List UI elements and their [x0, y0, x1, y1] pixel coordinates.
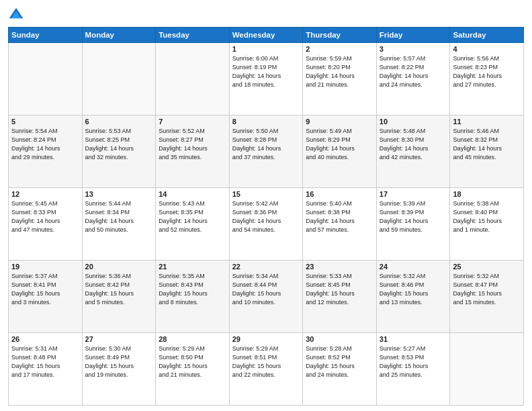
calendar-cell [450, 333, 524, 406]
day-number: 25 [453, 263, 521, 271]
calendar-cell: 3Sunrise: 5:57 AMSunset: 8:22 PMDaylight… [376, 43, 450, 116]
day-number: 4 [453, 45, 521, 53]
day-number: 9 [306, 118, 373, 126]
day-number: 23 [306, 263, 373, 271]
day-number: 24 [380, 263, 447, 271]
day-info: Sunrise: 5:35 AMSunset: 8:43 PMDaylight:… [159, 272, 226, 307]
day-info: Sunrise: 5:38 AMSunset: 8:40 PMDaylight:… [453, 199, 521, 234]
calendar-cell: 24Sunrise: 5:32 AMSunset: 8:46 PMDayligh… [376, 261, 450, 333]
day-number: 6 [85, 118, 153, 126]
day-number: 18 [453, 190, 521, 198]
calendar-cell: 31Sunrise: 5:27 AMSunset: 8:53 PMDayligh… [376, 333, 450, 406]
day-info: Sunrise: 5:45 AMSunset: 8:33 PMDaylight:… [11, 199, 79, 234]
calendar-cell: 29Sunrise: 5:29 AMSunset: 8:51 PMDayligh… [229, 333, 303, 406]
calendar-cell [9, 43, 83, 116]
day-number: 20 [85, 263, 153, 271]
day-info: Sunrise: 5:27 AMSunset: 8:53 PMDaylight:… [380, 345, 447, 379]
top-header [8, 7, 524, 23]
day-number: 8 [232, 118, 300, 126]
calendar-cell: 6Sunrise: 5:53 AMSunset: 8:25 PMDaylight… [82, 116, 156, 188]
day-info: Sunrise: 5:53 AMSunset: 8:25 PMDaylight:… [85, 127, 153, 162]
calendar-cell: 19Sunrise: 5:37 AMSunset: 8:41 PMDayligh… [9, 261, 83, 333]
calendar-cell: 10Sunrise: 5:48 AMSunset: 8:30 PMDayligh… [376, 116, 450, 188]
day-number: 11 [453, 118, 521, 126]
calendar-header-sunday: Sunday [9, 28, 83, 43]
day-info: Sunrise: 5:32 AMSunset: 8:47 PMDaylight:… [453, 272, 521, 307]
day-number: 16 [306, 190, 373, 198]
day-number: 29 [232, 335, 300, 343]
calendar-table: SundayMondayTuesdayWednesdayThursdayFrid… [8, 27, 524, 406]
calendar-cell: 26Sunrise: 5:31 AMSunset: 8:48 PMDayligh… [9, 333, 83, 406]
calendar-cell: 7Sunrise: 5:52 AMSunset: 8:27 PMDaylight… [156, 116, 230, 188]
calendar-page: SundayMondayTuesdayWednesdayThursdayFrid… [0, 0, 532, 411]
day-info: Sunrise: 5:40 AMSunset: 8:38 PMDaylight:… [306, 199, 373, 234]
day-info: Sunrise: 5:32 AMSunset: 8:46 PMDaylight:… [380, 272, 447, 307]
calendar-week-row: 26Sunrise: 5:31 AMSunset: 8:48 PMDayligh… [9, 333, 524, 406]
calendar-header-friday: Friday [376, 28, 450, 43]
calendar-cell: 9Sunrise: 5:49 AMSunset: 8:29 PMDaylight… [303, 116, 377, 188]
calendar-cell: 27Sunrise: 5:30 AMSunset: 8:49 PMDayligh… [82, 333, 156, 406]
day-info: Sunrise: 6:00 AMSunset: 8:19 PMDaylight:… [232, 54, 300, 89]
logo-icon [8, 7, 24, 23]
calendar-cell: 2Sunrise: 5:59 AMSunset: 8:20 PMDaylight… [303, 43, 377, 116]
calendar-header-thursday: Thursday [303, 28, 377, 43]
calendar-cell: 20Sunrise: 5:36 AMSunset: 8:42 PMDayligh… [82, 261, 156, 333]
day-number: 22 [232, 263, 300, 271]
day-info: Sunrise: 5:44 AMSunset: 8:34 PMDaylight:… [85, 199, 153, 234]
calendar-header-monday: Monday [82, 28, 156, 43]
calendar-cell: 15Sunrise: 5:42 AMSunset: 8:36 PMDayligh… [229, 188, 303, 261]
calendar-header-tuesday: Tuesday [156, 28, 230, 43]
day-number: 21 [159, 263, 226, 271]
calendar-header-row: SundayMondayTuesdayWednesdayThursdayFrid… [9, 28, 524, 43]
day-number: 12 [11, 190, 79, 198]
calendar-cell: 18Sunrise: 5:38 AMSunset: 8:40 PMDayligh… [450, 188, 524, 261]
calendar-cell: 14Sunrise: 5:43 AMSunset: 8:35 PMDayligh… [156, 188, 230, 261]
calendar-cell [82, 43, 156, 116]
day-number: 7 [159, 118, 226, 126]
day-number: 19 [11, 263, 79, 271]
calendar-cell: 21Sunrise: 5:35 AMSunset: 8:43 PMDayligh… [156, 261, 230, 333]
day-number: 17 [380, 190, 447, 198]
day-info: Sunrise: 5:46 AMSunset: 8:32 PMDaylight:… [453, 127, 521, 162]
day-info: Sunrise: 5:36 AMSunset: 8:42 PMDaylight:… [85, 272, 153, 307]
calendar-header-saturday: Saturday [450, 28, 524, 43]
calendar-cell: 12Sunrise: 5:45 AMSunset: 8:33 PMDayligh… [9, 188, 83, 261]
day-number: 28 [159, 335, 226, 343]
day-info: Sunrise: 5:30 AMSunset: 8:49 PMDaylight:… [85, 345, 153, 379]
calendar-cell: 17Sunrise: 5:39 AMSunset: 8:39 PMDayligh… [376, 188, 450, 261]
calendar-cell: 8Sunrise: 5:50 AMSunset: 8:28 PMDaylight… [229, 116, 303, 188]
day-info: Sunrise: 5:49 AMSunset: 8:29 PMDaylight:… [306, 127, 373, 162]
day-info: Sunrise: 5:29 AMSunset: 8:51 PMDaylight:… [232, 345, 300, 379]
calendar-cell: 22Sunrise: 5:34 AMSunset: 8:44 PMDayligh… [229, 261, 303, 333]
day-info: Sunrise: 5:28 AMSunset: 8:52 PMDaylight:… [306, 345, 373, 379]
day-info: Sunrise: 5:56 AMSunset: 8:23 PMDaylight:… [453, 54, 521, 89]
day-info: Sunrise: 5:39 AMSunset: 8:39 PMDaylight:… [380, 199, 447, 234]
calendar-week-row: 1Sunrise: 6:00 AMSunset: 8:19 PMDaylight… [9, 43, 524, 116]
day-number: 15 [232, 190, 300, 198]
day-info: Sunrise: 5:48 AMSunset: 8:30 PMDaylight:… [380, 127, 447, 162]
day-info: Sunrise: 5:42 AMSunset: 8:36 PMDaylight:… [232, 199, 300, 234]
day-number: 14 [159, 190, 226, 198]
calendar-cell: 1Sunrise: 6:00 AMSunset: 8:19 PMDaylight… [229, 43, 303, 116]
day-number: 2 [306, 45, 373, 53]
calendar-cell: 13Sunrise: 5:44 AMSunset: 8:34 PMDayligh… [82, 188, 156, 261]
day-info: Sunrise: 5:50 AMSunset: 8:28 PMDaylight:… [232, 127, 300, 162]
day-info: Sunrise: 5:33 AMSunset: 8:45 PMDaylight:… [306, 272, 373, 307]
day-info: Sunrise: 5:54 AMSunset: 8:24 PMDaylight:… [11, 127, 79, 162]
day-info: Sunrise: 5:37 AMSunset: 8:41 PMDaylight:… [11, 272, 79, 307]
calendar-cell: 25Sunrise: 5:32 AMSunset: 8:47 PMDayligh… [450, 261, 524, 333]
calendar-cell: 30Sunrise: 5:28 AMSunset: 8:52 PMDayligh… [303, 333, 377, 406]
calendar-week-row: 19Sunrise: 5:37 AMSunset: 8:41 PMDayligh… [9, 261, 524, 333]
day-info: Sunrise: 5:57 AMSunset: 8:22 PMDaylight:… [380, 54, 447, 89]
day-info: Sunrise: 5:52 AMSunset: 8:27 PMDaylight:… [159, 127, 226, 162]
day-info: Sunrise: 5:29 AMSunset: 8:50 PMDaylight:… [159, 345, 226, 379]
day-number: 5 [11, 118, 79, 126]
day-info: Sunrise: 5:34 AMSunset: 8:44 PMDaylight:… [232, 272, 300, 307]
day-number: 31 [380, 335, 447, 343]
calendar-cell: 28Sunrise: 5:29 AMSunset: 8:50 PMDayligh… [156, 333, 230, 406]
day-info: Sunrise: 5:59 AMSunset: 8:20 PMDaylight:… [306, 54, 373, 89]
day-number: 30 [306, 335, 373, 343]
day-number: 1 [232, 45, 300, 53]
day-info: Sunrise: 5:31 AMSunset: 8:48 PMDaylight:… [11, 345, 79, 379]
calendar-cell: 11Sunrise: 5:46 AMSunset: 8:32 PMDayligh… [450, 116, 524, 188]
